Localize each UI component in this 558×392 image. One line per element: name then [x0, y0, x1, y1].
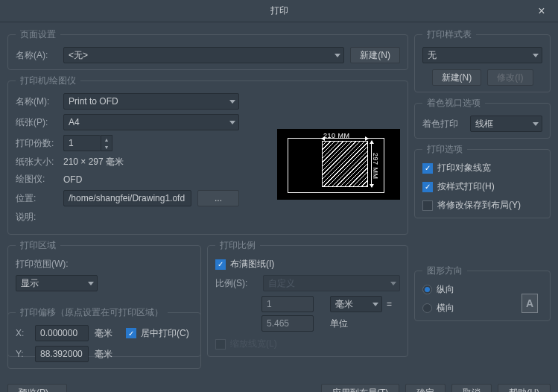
chevron-down-icon [229, 100, 235, 104]
scale-lineweight-checkbox: 缩放线宽(L) [215, 338, 400, 350]
scale-group: 打印比例 ✓ 布满图纸(I) 比例(S): 自定义 毫米 = [207, 239, 408, 357]
fit-checkbox[interactable]: ✓ 布满图纸(I) [215, 258, 400, 271]
opt-save-checkbox[interactable]: 将修改保存到布局(Y) [422, 199, 542, 212]
plotter-label: 绘图仪: [16, 173, 57, 186]
print-area-legend: 打印区域 [16, 239, 60, 252]
orientation-icon: A [521, 294, 538, 313]
y-label: Y: [16, 349, 29, 359]
cancel-button[interactable]: 取消 [451, 384, 492, 392]
chevron-down-icon [335, 54, 340, 57]
shade-group: 着色视口选项 着色打印 线框 [414, 97, 551, 139]
options-legend: 打印选项 [422, 143, 467, 156]
printer-legend: 打印机/绘图仪 [16, 75, 80, 87]
chevron-down-icon [390, 282, 396, 285]
unit-label: 单位 [330, 317, 382, 330]
center-checkbox[interactable]: ✓ 居中打印(C) [126, 327, 189, 340]
desc-label: 说明: [16, 211, 57, 224]
options-group: 打印选项 ✓打印对象线宽 ✓按样式打印(H) 将修改保存到布局(Y) [414, 143, 551, 218]
opt-style-checkbox[interactable]: ✓按样式打印(H) [422, 180, 542, 193]
checkbox-icon: ✓ [422, 163, 433, 174]
radio-icon [422, 285, 432, 294]
opt-lineweight-checkbox[interactable]: ✓打印对象线宽 [422, 162, 542, 174]
shade-legend: 着色视口选项 [422, 97, 485, 110]
style-edit-button: 修改(I) [487, 69, 533, 86]
printer-name-label: 名称(M): [16, 95, 57, 108]
page-setup-legend: 页面设置 [16, 28, 60, 41]
style-new-button[interactable]: 新建(N) [432, 69, 482, 86]
style-table-group: 打印样式表 无 新建(N) 修改(I) [414, 28, 551, 92]
x-label: X: [16, 328, 29, 338]
chevron-down-icon [88, 282, 94, 285]
orientation-group: 图形方向 纵向 横向 A [414, 265, 551, 321]
orientation-legend: 图形方向 [422, 265, 467, 277]
shade-combo[interactable]: 线框 [470, 116, 542, 132]
paper-combo[interactable]: A4 [63, 114, 239, 130]
checkbox-icon: ✓ [422, 182, 433, 192]
chevron-down-icon [372, 303, 378, 306]
scale-unit-combo[interactable]: 毫米 [330, 296, 382, 312]
scale-denominator [261, 315, 314, 332]
paper-label: 纸张(P): [16, 116, 57, 129]
equals-label: = [387, 299, 400, 309]
plotter-value: OFD [63, 174, 82, 185]
x-input[interactable] [35, 325, 89, 341]
offset-legend: 打印偏移（原点设置在可打印区域） [16, 306, 168, 319]
browse-button[interactable]: ... [197, 190, 239, 206]
printer-group: 打印机/绘图仪 名称(M): Print to OFD 纸张(P): A4 打印… [7, 75, 408, 235]
page-name-combo[interactable]: <无> [63, 47, 344, 63]
scale-legend: 打印比例 [215, 239, 260, 252]
titlebar: 打印 × [0, 0, 558, 22]
scope-label: 打印范围(W): [16, 258, 75, 271]
spinner-up-icon[interactable]: ▲ [101, 136, 112, 143]
copies-stepper[interactable]: ▲▼ [63, 135, 112, 151]
printer-name-combo[interactable]: Print to OFD [63, 93, 239, 110]
style-table-legend: 打印样式表 [422, 28, 476, 41]
shade-label: 着色打印 [422, 118, 464, 130]
scope-combo[interactable]: 显示 [16, 275, 98, 291]
dim-height-label: 297 MM [372, 153, 379, 180]
location-input[interactable] [63, 190, 191, 206]
spinner-down-icon[interactable]: ▼ [101, 143, 112, 151]
x-unit: 毫米 [95, 327, 112, 340]
chevron-down-icon [533, 54, 539, 57]
radio-icon [422, 303, 432, 313]
location-label: 位置: [16, 192, 57, 205]
checkbox-icon: ✓ [126, 328, 136, 338]
scale-numerator [261, 296, 314, 312]
footer: 预览(P)... 应用到布局(T) 确定 取消 帮助(H) [0, 379, 558, 392]
chevron-down-icon [229, 121, 235, 124]
offset-group: 打印偏移（原点设置在可打印区域） X: 毫米 ✓ 居中打印(C) Y: 毫米 [7, 306, 201, 369]
copies-label: 打印份数: [16, 137, 57, 150]
paper-size-label: 纸张大小: [16, 156, 57, 168]
chevron-down-icon [533, 122, 539, 126]
checkbox-icon [215, 339, 226, 350]
print-area-hatch [322, 141, 368, 187]
style-table-combo[interactable]: 无 [422, 47, 542, 63]
help-button[interactable]: 帮助(H) [498, 384, 551, 392]
checkbox-icon [422, 200, 433, 211]
y-unit: 毫米 [95, 348, 112, 361]
close-icon[interactable]: × [525, 0, 558, 22]
paper-size-value: 210 × 297 毫米 [63, 156, 124, 168]
ratio-label: 比例(S): [215, 277, 257, 290]
page-new-button[interactable]: 新建(N) [350, 47, 400, 63]
ratio-combo: 自定义 [263, 275, 400, 291]
apply-layout-button[interactable]: 应用到布局(T) [321, 384, 399, 392]
page-name-label: 名称(A): [16, 49, 57, 62]
preview-button[interactable]: 预览(P)... [7, 384, 67, 392]
paper-preview: 210 MM 297 MM [277, 129, 400, 200]
copies-input[interactable] [63, 135, 101, 151]
checkbox-icon: ✓ [215, 259, 226, 270]
y-input[interactable] [35, 346, 89, 362]
page-setup-group: 页面设置 名称(A): <无> 新建(N) [7, 28, 408, 70]
ok-button[interactable]: 确定 [405, 384, 446, 392]
window-title: 打印 [270, 4, 288, 17]
